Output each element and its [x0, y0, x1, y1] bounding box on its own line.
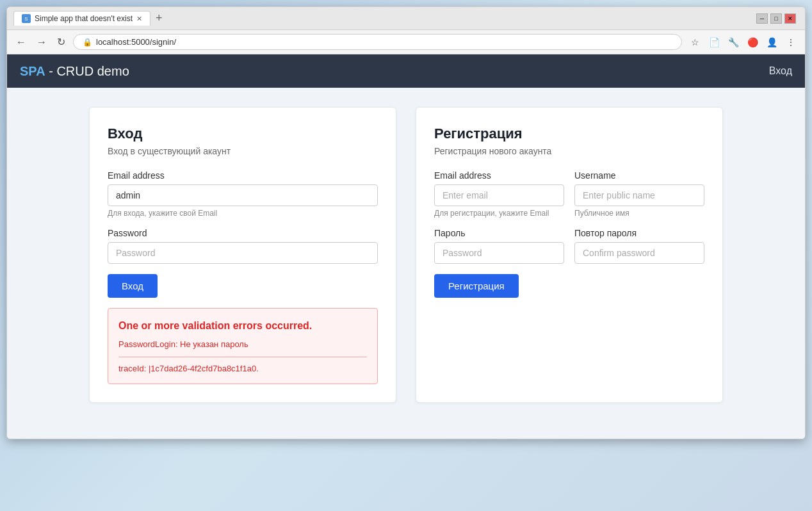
minimize-button[interactable]: ─: [756, 13, 768, 24]
error-box: One or more validation errors occurred. …: [108, 308, 378, 384]
tab-bar: S Simple app that doesn't exist ✕ +: [13, 11, 752, 26]
email-group: Email address Для входа, укажите свой Em…: [108, 170, 378, 218]
email-label: Email address: [108, 170, 378, 181]
confirm-password-group: Повтор пароля: [574, 228, 704, 264]
star-icon[interactable]: ☆: [687, 35, 702, 50]
login-button[interactable]: Вход: [108, 274, 158, 298]
url-text: localhost:5000/signin/: [96, 37, 176, 47]
confirm-password-label: Повтор пароля: [574, 228, 704, 238]
register-bottom-row: Пароль Повтор пароля: [434, 228, 704, 274]
ext-icon[interactable]: 🔧: [726, 35, 741, 50]
password-label: Password: [108, 228, 378, 238]
register-card: Регистрация Регистрация нового акаунта E…: [416, 107, 723, 403]
reg-email-group: Email address Для регистрации, укажите E…: [434, 170, 564, 218]
reg-email-help: Для регистрации, укажите Email: [434, 209, 564, 218]
password-group: Password: [108, 228, 378, 264]
back-button[interactable]: ←: [13, 35, 29, 49]
reg-password-input[interactable]: [434, 242, 564, 264]
toolbar-icons: ☆ 📄 🔧 🔴 👤 ⋮: [687, 35, 799, 50]
tab-close-icon[interactable]: ✕: [136, 15, 142, 23]
error-title: One or more validation errors occurred.: [118, 319, 367, 333]
confirm-password-input[interactable]: [574, 242, 704, 264]
email-input[interactable]: [108, 184, 378, 206]
close-button[interactable]: ✕: [784, 13, 796, 24]
app-body: Вход Вход в существующий акаунт Email ad…: [7, 88, 805, 422]
login-title: Вход: [108, 126, 378, 142]
pdf-icon[interactable]: 📄: [706, 35, 722, 50]
register-top-row: Email address Для регистрации, укажите E…: [434, 170, 704, 228]
maximize-button[interactable]: □: [770, 13, 782, 24]
app-navbar: SPA - CRUD demo Вход: [7, 54, 805, 88]
app-wrapper: SPA - CRUD demo Вход Вход Вход в существ…: [7, 54, 805, 439]
brand-rest: - CRUD demo: [45, 64, 129, 78]
profile-icon[interactable]: 👤: [764, 35, 779, 50]
refresh-button[interactable]: ↻: [54, 35, 68, 49]
tab-title: Simple app that doesn't exist: [35, 14, 133, 23]
browser-toolbar: ← → ↻ 🔒 localhost:5000/signin/ ☆ 📄 🔧 🔴 👤…: [7, 30, 805, 54]
lock-icon: 🔒: [83, 38, 92, 47]
error-detail: PasswordLogin: Не указан пароль: [118, 339, 367, 349]
email-help: Для входа, укажите свой Email: [108, 209, 378, 218]
tab-favicon: S: [22, 14, 31, 23]
browser-titlebar: S Simple app that doesn't exist ✕ + ─ □ …: [7, 7, 805, 30]
address-bar[interactable]: 🔒 localhost:5000/signin/: [73, 34, 682, 50]
register-button[interactable]: Регистрация: [434, 274, 519, 298]
forward-button[interactable]: →: [34, 35, 49, 49]
register-title: Регистрация: [434, 126, 704, 142]
password-input[interactable]: [108, 242, 378, 264]
login-card: Вход Вход в существующий акаунт Email ad…: [89, 107, 396, 403]
username-label: Username: [574, 170, 704, 181]
login-subtitle: Вход в существующий акаунт: [108, 146, 378, 156]
error-trace: traceId: |1c7dad26-4f2cfd7ba8c1f1a0.: [118, 364, 367, 373]
browser-tab[interactable]: S Simple app that doesn't exist ✕: [13, 11, 150, 26]
ext2-icon[interactable]: 🔴: [745, 35, 760, 50]
app-brand: SPA - CRUD demo: [20, 64, 129, 79]
register-subtitle: Регистрация нового акаунта: [434, 146, 704, 156]
nav-login-link[interactable]: Вход: [769, 65, 792, 77]
window-controls: ─ □ ✕: [756, 13, 796, 24]
reg-password-group: Пароль: [434, 228, 564, 264]
username-help: Публичное имя: [574, 209, 704, 218]
menu-icon[interactable]: ⋮: [783, 35, 799, 50]
username-group: Username Публичное имя: [574, 170, 704, 218]
error-divider: [118, 357, 367, 357]
reg-email-label: Email address: [434, 170, 564, 181]
brand-spa: SPA: [20, 64, 45, 78]
reg-email-input[interactable]: [434, 184, 564, 206]
reg-password-label: Пароль: [434, 228, 564, 238]
new-tab-button[interactable]: +: [153, 12, 165, 25]
username-input[interactable]: [574, 184, 704, 206]
